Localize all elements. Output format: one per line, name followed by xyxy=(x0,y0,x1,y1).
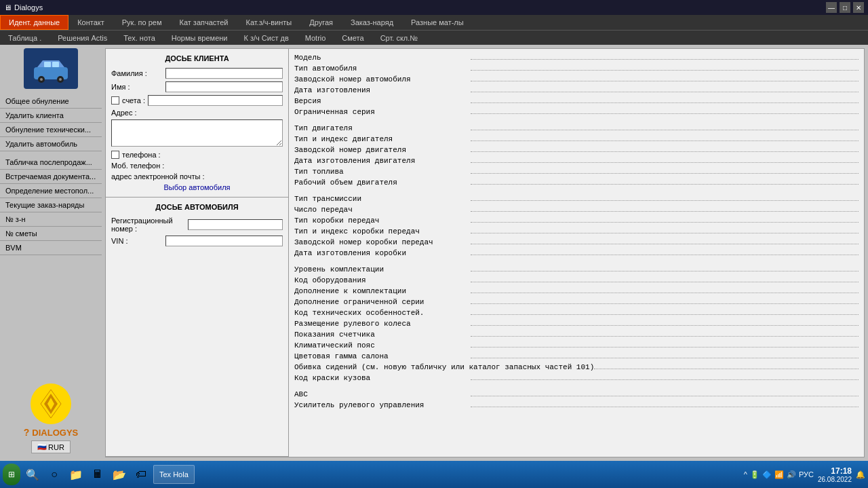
flag-icon: 🇷🇺 xyxy=(37,443,47,451)
taskbar-files-icon[interactable]: 📁 xyxy=(66,465,85,484)
content-inner: ДОСЬЕ КЛИЕНТА Фамилия : Имя : счета : xyxy=(106,49,864,457)
reg-label: Регистрационный номер : xyxy=(111,217,188,233)
titlebar-title: 🖥 Dialogys xyxy=(4,3,43,12)
menu-motrio[interactable]: Motrio xyxy=(297,31,334,45)
menu-table[interactable]: Таблица . xyxy=(0,31,50,45)
svg-point-3 xyxy=(40,78,43,81)
info-line-odometer: Показания счетчика xyxy=(294,329,859,339)
menu-warehouse[interactable]: Срт. скл.№ xyxy=(372,31,426,45)
taskbar-cortana-icon[interactable]: ○ xyxy=(45,465,64,484)
menu-parts-catalog[interactable]: Кат запчастей xyxy=(170,15,237,30)
info-line-trim-add: Дополнение к комплектации xyxy=(294,285,859,295)
currency-button[interactable]: 🇷🇺 RUR xyxy=(31,440,71,453)
reg-input[interactable] xyxy=(188,219,283,230)
sidebar-item-aftersales[interactable]: Табличка послепродаж... xyxy=(0,155,102,170)
account-checkbox[interactable] xyxy=(111,96,119,105)
label-version: Версия xyxy=(294,97,471,105)
info-line-upholstery: Обивка сидений (см. новую табличку или к… xyxy=(294,361,859,371)
sidebar-item-estimate-num[interactable]: № сметы xyxy=(0,227,102,241)
sidebar-item-order-num[interactable]: № з-н xyxy=(0,212,102,227)
menu-ident-data[interactable]: Идент. данные xyxy=(0,15,68,30)
info-line-tech-code: Код технических особенностей. xyxy=(294,307,859,317)
vin-input[interactable] xyxy=(165,236,283,246)
info-line-climate: Климатический пояс xyxy=(294,339,859,350)
label-model: Модель xyxy=(294,54,471,62)
menu-actis[interactable]: Решения Actis xyxy=(50,31,115,45)
maximize-button[interactable]: □ xyxy=(840,2,850,13)
menu-tech-note[interactable]: Тех. нота xyxy=(115,31,163,45)
minimize-button[interactable]: — xyxy=(826,2,837,13)
label-steering: Размещение рулевого колеса xyxy=(294,320,471,328)
close-button[interactable]: ✕ xyxy=(853,2,864,13)
vehicle-dossier-title: ДОСЬЕ АВТОМОБИЛЯ xyxy=(111,203,283,211)
taskbar-search-icon[interactable]: 🔍 xyxy=(23,465,42,484)
sidebar-menu: Общее обнуление Удалить клиента Обнулени… xyxy=(0,94,102,255)
menu-other[interactable]: Другая xyxy=(300,15,342,30)
taskbar-folder-icon[interactable]: 📂 xyxy=(110,465,129,484)
menu-contact[interactable]: Контакт xyxy=(68,15,113,30)
phone-checkbox[interactable] xyxy=(111,151,119,159)
family-input[interactable] xyxy=(165,68,283,79)
info-line-factory-num: Заводской номер автомобиля xyxy=(294,73,859,83)
right-column: Модель Тип автомобиля Заводской номер ав… xyxy=(289,49,864,457)
start-button[interactable]: ⊞ xyxy=(3,464,20,485)
label-engine-volume: Рабочий объем двигателя xyxy=(294,179,471,187)
tray-lang-label: РУС xyxy=(799,470,814,478)
sidebar-item-delete-vehicle[interactable]: Удалить автомобиль xyxy=(0,137,102,151)
menu-estimate[interactable]: Смета xyxy=(334,31,372,45)
info-line-power-steering: Усилитель рулевого управления xyxy=(294,399,859,409)
dots-abs xyxy=(471,388,859,396)
menu-parts-screws[interactable]: Кат.з/ч-винты xyxy=(237,15,301,30)
menu-materials[interactable]: Разные мат-лы xyxy=(402,15,473,30)
dots-engine-type xyxy=(471,122,859,130)
info-line-equipment-code: Код оборудования xyxy=(294,274,859,284)
client-dossier-title: ДОСЬЕ КЛИЕНТА xyxy=(111,54,283,62)
info-line-limited-add: Дополнение ограниченной серии xyxy=(294,296,859,306)
address-input[interactable] xyxy=(111,119,283,147)
taskbar-app-icon[interactable]: 🏷 xyxy=(132,465,151,484)
sidebar-item-reset-tech[interactable]: Обнуление технически... xyxy=(0,123,102,137)
label-factory-num: Заводской номер автомобиля xyxy=(294,75,471,83)
sidebar-item-delete-client[interactable]: Удалить клиента xyxy=(0,109,102,123)
taskbar-calc-icon[interactable]: 🖩 xyxy=(88,465,107,484)
name-label: Имя : xyxy=(111,83,165,91)
info-line-limited-series: Ограниченная серия xyxy=(294,106,859,116)
info-line-steering: Размещение рулевого колеса xyxy=(294,318,859,328)
label-engine-manufacture: Дата изготовления двигателя xyxy=(294,157,471,165)
menu-repair-guide[interactable]: Рук. по рем xyxy=(113,15,171,30)
menu-system-parts[interactable]: К з/ч Сист дв xyxy=(236,31,297,45)
menu-work-order[interactable]: Заказ-наряд xyxy=(342,15,402,30)
titlebar-controls: — □ ✕ xyxy=(826,2,864,13)
equipment-info: Уровень комплектации Код оборудования До… xyxy=(294,263,859,382)
sidebar-item-bvm[interactable]: BVM xyxy=(0,241,102,255)
phone-label: телефона : xyxy=(122,151,161,159)
windows-icon: ⊞ xyxy=(8,470,15,479)
info-line-version: Версия xyxy=(294,95,859,105)
menu-labor-time[interactable]: Нормы времени xyxy=(163,31,236,45)
sidebar-item-current-orders[interactable]: Текущие заказ-наряды xyxy=(0,198,102,212)
menubar-row1: Идент. данные Контакт Рук. по рем Кат за… xyxy=(0,15,868,30)
vehicle-selection-link[interactable]: Выбор автомобиля xyxy=(111,183,283,191)
vehicle-basic-info: Модель Тип автомобиля Заводской номер ав… xyxy=(294,52,859,116)
left-column: ДОСЬЕ КЛИЕНТА Фамилия : Имя : счета : xyxy=(106,49,289,457)
label-gearbox-serial: Заводской номер коробки передач xyxy=(294,238,471,246)
label-power-steering: Усилитель рулевого управления xyxy=(294,401,471,409)
info-line-fuel-type: Тип топлива xyxy=(294,166,859,176)
name-row: Имя : xyxy=(111,81,283,92)
sidebar-item-reset-all[interactable]: Общее обнуление xyxy=(0,94,102,109)
family-row: Фамилия : xyxy=(111,68,283,79)
dots-gear-count xyxy=(471,204,859,212)
sidebar-item-location[interactable]: Определение местопол... xyxy=(0,184,102,198)
dots-limited-add xyxy=(471,296,859,304)
account-label: счета : xyxy=(122,96,145,105)
info-line-trans-type: Тип трансмиссии xyxy=(294,193,859,203)
taskbar-left: ⊞ 🔍 ○ 📁 🖩 📂 🏷 Tex Hola xyxy=(3,464,195,485)
tray-chevron-icon[interactable]: ^ xyxy=(744,470,747,478)
name-input[interactable] xyxy=(165,81,283,92)
notification-icon[interactable]: 🔔 xyxy=(856,470,865,479)
account-input[interactable] xyxy=(148,95,283,106)
sidebar-item-documents[interactable]: Встречаемая документа... xyxy=(0,170,102,184)
dots-power-steering xyxy=(471,399,859,407)
label-trim-level: Уровень комплектации xyxy=(294,265,471,274)
taskbar-active-app[interactable]: Tex Hola xyxy=(153,465,195,484)
